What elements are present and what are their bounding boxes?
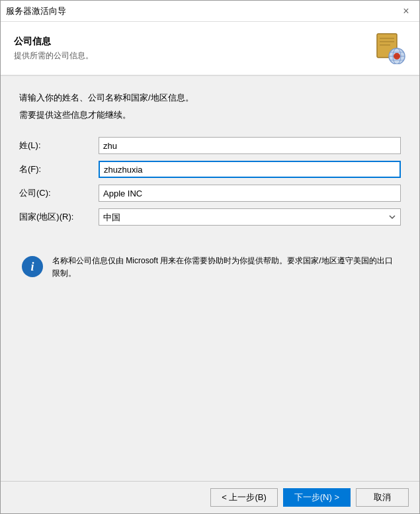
svg-rect-1 (380, 38, 394, 39)
next-button[interactable]: 下一步(N) > (283, 488, 351, 507)
last-name-label: 姓(L): (19, 140, 99, 151)
country-row: 国家(地区)(R): 中国 美国 英国 (19, 208, 401, 226)
info-icon: i (22, 256, 43, 277)
dialog-title: 服务器激活向导 (6, 5, 66, 17)
content-area: 请输入你的姓名、公司名称和国家/地区信息。 需要提供这些信息才能继续。 姓(L)… (1, 76, 419, 481)
country-select[interactable]: 中国 美国 英国 (99, 208, 401, 226)
info-text: 名称和公司信息仅由 Microsoft 用来在你需要协助时为你提供帮助。要求国家… (52, 255, 398, 280)
first-name-label: 名(F): (19, 163, 99, 175)
close-button[interactable]: × (398, 3, 414, 19)
back-button[interactable]: < 上一步(B) (210, 488, 278, 507)
header-subtitle: 提供所需的公司信息。 (14, 50, 93, 62)
svg-point-9 (394, 53, 400, 60)
header-title: 公司信息 (14, 36, 93, 48)
cancel-button[interactable]: 取消 (356, 488, 409, 507)
country-label: 国家(地区)(R): (19, 211, 99, 223)
company-label: 公司(C): (19, 187, 99, 199)
first-name-input[interactable] (99, 161, 401, 178)
dialog-window: 服务器激活向导 × 公司信息 提供所需的公司信息。 (0, 0, 420, 514)
form-section: 姓(L): 名(F): 公司(C): 国家(地区)(R): 中国 美国 英国 (19, 137, 401, 226)
company-row: 公司(C): (19, 185, 401, 202)
info-section: i 名称和公司信息仅由 Microsoft 用来在你需要协助时为你提供帮助。要求… (19, 255, 401, 280)
first-name-row: 名(F): (19, 161, 401, 178)
svg-rect-2 (380, 41, 394, 42)
header-text-block: 公司信息 提供所需的公司信息。 (14, 36, 93, 62)
header-section: 公司信息 提供所需的公司信息。 (1, 22, 419, 76)
instruction-text-2: 需要提供这些信息才能继续。 (19, 109, 401, 121)
svg-rect-3 (380, 44, 390, 46)
footer: < 上一步(B) 下一步(N) > 取消 (1, 481, 419, 513)
last-name-input[interactable] (99, 137, 401, 154)
last-name-row: 姓(L): (19, 137, 401, 154)
title-bar: 服务器激活向导 × (1, 1, 419, 22)
company-input[interactable] (99, 185, 401, 202)
header-icon (374, 32, 406, 64)
instruction-text-1: 请输入你的姓名、公司名称和国家/地区信息。 (19, 92, 401, 104)
